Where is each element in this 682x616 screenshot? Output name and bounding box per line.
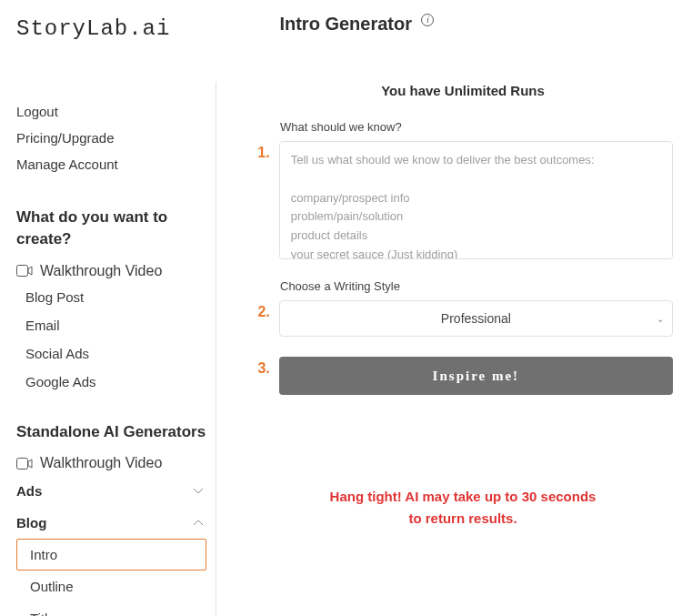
step3-row: 3. Inspire me! <box>253 357 673 395</box>
walkthrough-video-link-2[interactable]: Walkthrough Video <box>16 451 216 475</box>
step2-row: 2. Professional ⌄ <box>253 300 673 337</box>
chevron-down-icon <box>192 483 205 499</box>
svg-rect-1 <box>17 458 28 469</box>
category-blog[interactable]: Blog <box>16 507 216 539</box>
walkthrough-label: Walkthrough Video <box>40 263 162 279</box>
sidebar-item-outline[interactable]: Outline <box>16 571 206 602</box>
video-icon <box>16 265 33 277</box>
writing-style-select[interactable]: Professional <box>279 300 673 337</box>
create-list: Blog Post Email Social Ads Google Ads <box>16 283 216 396</box>
chevron-up-icon <box>192 515 205 530</box>
page-title: Intro Generator <box>279 14 412 35</box>
standalone-heading: Standalone AI Generators <box>16 421 216 443</box>
inspire-me-button[interactable]: Inspire me! <box>279 357 673 395</box>
content: Logout Pricing/Upgrade Manage Account Wh… <box>0 41 682 616</box>
runs-remaining: You have Unlimited Runs <box>253 83 673 98</box>
create-google-ads[interactable]: Google Ads <box>16 368 216 396</box>
step1-label: What should we know? <box>280 120 673 134</box>
video-icon <box>16 458 33 470</box>
category-label: Blog <box>16 515 46 530</box>
category-label: Ads <box>16 483 42 499</box>
create-blog-post[interactable]: Blog Post <box>16 283 216 311</box>
walkthrough-video-link-1[interactable]: Walkthrough Video <box>16 259 216 283</box>
brand-logo: StoryLab.ai <box>16 16 170 41</box>
style-select-wrap: Professional ⌄ <box>279 300 673 337</box>
create-social-ads[interactable]: Social Ads <box>16 339 216 368</box>
sidebar: Logout Pricing/Upgrade Manage Account Wh… <box>0 82 216 616</box>
step2-label: Choose a Writing Style <box>280 279 673 293</box>
account-links: Logout Pricing/Upgrade Manage Account <box>16 98 216 177</box>
app-header: StoryLab.ai Intro Generator i <box>0 0 682 41</box>
sidebar-item-intro[interactable]: Intro <box>16 539 206 571</box>
create-heading: What do you want to create? <box>16 207 216 250</box>
category-ads[interactable]: Ads <box>16 475 216 507</box>
sidebar-item-title[interactable]: Title <box>16 602 206 616</box>
link-manage-account[interactable]: Manage Account <box>16 151 216 177</box>
step-number-3: 3. <box>253 360 270 377</box>
page-title-wrap: Intro Generator i <box>279 14 682 35</box>
category-blog-children: Intro Outline Title <box>16 539 216 616</box>
app-root: StoryLab.ai Intro Generator i Logout Pri… <box>0 0 682 616</box>
main-panel: You have Unlimited Runs What should we k… <box>216 41 682 616</box>
create-email[interactable]: Email <box>16 311 216 339</box>
step-number-1: 1. <box>253 145 270 161</box>
step1-row: 1. <box>253 141 673 259</box>
link-pricing[interactable]: Pricing/Upgrade <box>16 125 216 151</box>
main-inner: You have Unlimited Runs What should we k… <box>253 83 673 530</box>
walkthrough-label: Walkthrough Video <box>40 455 162 471</box>
link-logout[interactable]: Logout <box>16 98 216 125</box>
step-number-2: 2. <box>253 304 270 320</box>
info-icon[interactable]: i <box>421 14 434 26</box>
context-textarea[interactable] <box>279 141 673 259</box>
svg-rect-0 <box>17 266 28 277</box>
wait-message: Hang tight! AI may take up to 30 seconds… <box>253 486 673 530</box>
